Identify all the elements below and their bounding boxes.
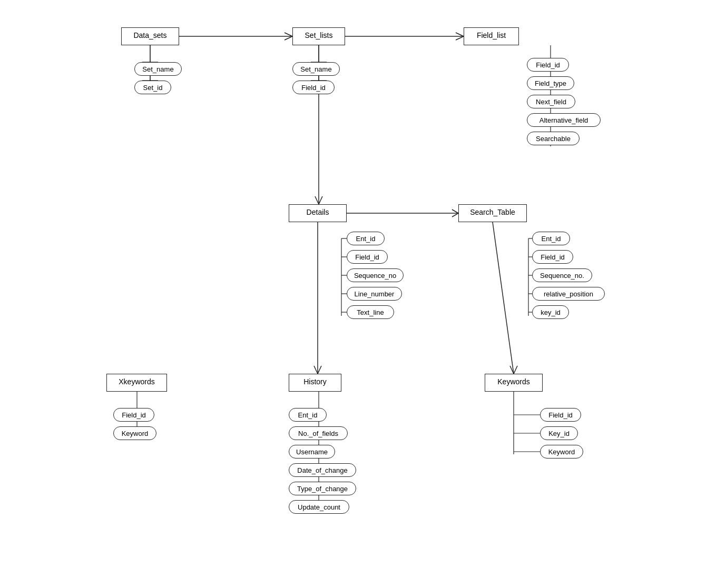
attr-search-key-id-label: key_id xyxy=(541,308,561,316)
attr-set-lists-field-id: Field_id xyxy=(292,81,335,94)
attr-data-sets-set-id: Set_id xyxy=(134,81,171,94)
attr-details-text-line: Text_line xyxy=(347,305,394,319)
attr-kw-field-id: Field_id xyxy=(540,408,581,422)
attr-hist-type-of-change-label: Type_of_change xyxy=(297,485,348,493)
entity-xkeywords-label: Xkeywords xyxy=(119,377,154,386)
attr-xkw-field-id: Field_id xyxy=(113,408,154,422)
attr-hist-no-of-fields-label: No._of_fields xyxy=(298,430,338,437)
attr-field-list-next-field-label: Next_field xyxy=(536,98,566,106)
svg-line-17 xyxy=(514,366,517,374)
attr-search-relative-position-label: relative_position xyxy=(544,290,593,298)
erd-diagram: Data_sets Set_lists Field_list Details S… xyxy=(0,0,726,588)
entity-field-list-label: Field_list xyxy=(477,31,506,39)
svg-line-13 xyxy=(314,366,318,374)
attr-data-sets-set-name: Set_name xyxy=(134,62,182,76)
attr-details-line-number: Line_number xyxy=(347,287,402,301)
attr-field-list-alternative-field: Alternative_field xyxy=(527,113,601,127)
attr-field-list-alternative-field-label: Alternative_field xyxy=(539,116,588,124)
attr-xkw-field-id-label: Field_id xyxy=(122,411,146,419)
attr-hist-update-count: Update_count xyxy=(289,500,349,514)
svg-line-8 xyxy=(319,196,322,204)
svg-line-16 xyxy=(510,366,514,374)
entity-details-label: Details xyxy=(307,208,329,216)
attr-hist-date-of-change-label: Date_of_change xyxy=(297,466,347,474)
entity-xkeywords: Xkeywords xyxy=(106,374,167,392)
svg-line-2 xyxy=(284,36,292,40)
attr-kw-key-id: Key_id xyxy=(540,426,578,440)
attr-hist-username-label: Username xyxy=(296,448,328,456)
attr-kw-key-id-label: Key_id xyxy=(548,430,570,437)
svg-line-14 xyxy=(318,366,321,374)
attr-field-list-next-field: Next_field xyxy=(527,95,575,108)
attr-search-ent-id-label: Ent_id xyxy=(542,235,561,243)
attr-data-sets-set-id-label: Set_id xyxy=(143,84,163,92)
attr-details-ent-id-label: Ent_id xyxy=(356,235,376,243)
attr-field-list-searchable-label: Searchable xyxy=(536,135,571,143)
attr-field-list-field-id-label: Field_id xyxy=(536,61,560,69)
attr-hist-ent-id-label: Ent_id xyxy=(298,411,318,419)
entity-data-sets: Data_sets xyxy=(121,27,179,45)
entity-details: Details xyxy=(289,204,347,222)
attr-hist-type-of-change: Type_of_change xyxy=(289,482,356,495)
attr-field-list-field-type: Field_type xyxy=(527,76,574,90)
svg-line-11 xyxy=(452,213,458,217)
attr-search-ent-id: Ent_id xyxy=(532,232,570,245)
entity-data-sets-label: Data_sets xyxy=(133,31,166,39)
attr-field-list-searchable: Searchable xyxy=(527,132,580,145)
attr-set-lists-set-name-label: Set_name xyxy=(300,65,331,73)
attr-set-lists-field-id-label: Field_id xyxy=(301,84,326,92)
entity-history-label: History xyxy=(303,377,327,386)
svg-line-10 xyxy=(452,210,458,213)
attr-hist-ent-id: Ent_id xyxy=(289,408,327,422)
entity-field-list: Field_list xyxy=(464,27,519,45)
attr-kw-field-id-label: Field_id xyxy=(548,411,573,419)
attr-hist-date-of-change: Date_of_change xyxy=(289,463,356,477)
attr-hist-update-count-label: Update_count xyxy=(298,503,340,511)
attr-details-ent-id: Ent_id xyxy=(347,232,385,245)
entity-keywords-label: Keywords xyxy=(497,377,529,386)
attr-xkw-keyword: Keyword xyxy=(113,426,156,440)
svg-line-7 xyxy=(315,196,319,204)
attr-details-field-id: Field_id xyxy=(347,250,388,264)
attr-field-list-field-id: Field_id xyxy=(527,58,569,72)
svg-line-5 xyxy=(456,36,464,40)
attr-details-text-line-label: Text_line xyxy=(357,308,384,316)
attr-set-lists-set-name: Set_name xyxy=(292,62,340,76)
entity-search-table: Search_Table xyxy=(458,204,527,222)
attr-xkw-keyword-label: Keyword xyxy=(122,430,149,437)
attr-search-field-id-label: Field_id xyxy=(541,253,565,261)
entity-set-lists: Set_lists xyxy=(292,27,345,45)
attr-kw-keyword-label: Keyword xyxy=(548,448,575,456)
attr-hist-no-of-fields: No._of_fields xyxy=(289,426,348,440)
attr-details-line-number-label: Line_number xyxy=(355,290,395,298)
attr-details-sequence-no: Sequence_no xyxy=(347,268,404,282)
attr-details-sequence-no-label: Sequence_no xyxy=(354,272,396,280)
attr-kw-keyword: Keyword xyxy=(540,445,583,459)
svg-line-15 xyxy=(493,222,514,374)
attr-data-sets-set-name-label: Set_name xyxy=(142,65,173,73)
entity-search-table-label: Search_Table xyxy=(470,208,515,216)
attr-hist-username: Username xyxy=(289,445,335,459)
attr-field-list-field-type-label: Field_type xyxy=(535,79,566,87)
attr-search-sequence-no-label: Sequence_no. xyxy=(540,272,584,280)
attr-details-field-id-label: Field_id xyxy=(355,253,379,261)
attr-search-key-id: key_id xyxy=(532,305,569,319)
entity-keywords: Keywords xyxy=(485,374,543,392)
attr-search-relative-position: relative_position xyxy=(532,287,605,301)
entity-set-lists-label: Set_lists xyxy=(305,31,333,39)
svg-line-4 xyxy=(456,33,464,36)
attr-search-sequence-no: Sequence_no. xyxy=(532,268,592,282)
entity-history: History xyxy=(289,374,341,392)
svg-line-1 xyxy=(284,33,292,36)
attr-search-field-id: Field_id xyxy=(532,250,573,264)
